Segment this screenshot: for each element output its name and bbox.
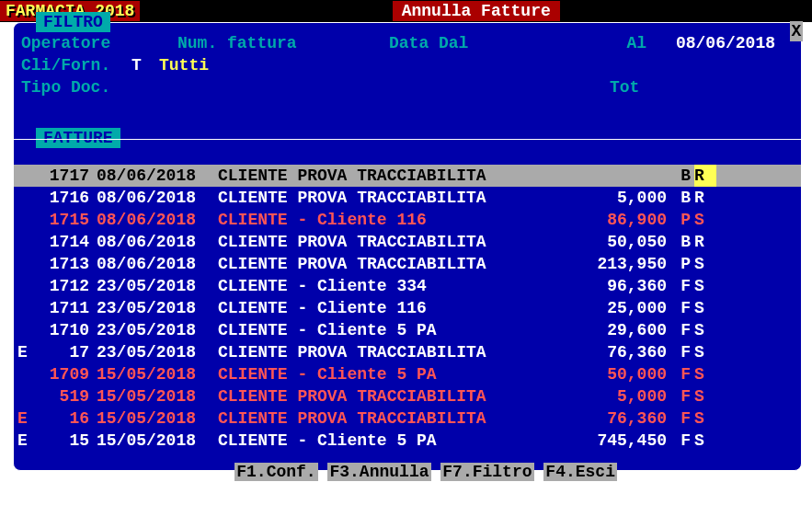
- cell-e: [14, 297, 34, 319]
- column-headers: N.Fatt.DataCliente/FornitoreTotaleT.F.Op…: [14, 143, 801, 165]
- cell-num: 519: [34, 385, 89, 407]
- data-dal-label: Data Dal: [389, 32, 610, 54]
- f4-esci[interactable]: F4.Esci: [543, 463, 617, 481]
- f1-conf[interactable]: F1.Conf.: [234, 463, 317, 481]
- cell-e: [14, 275, 34, 297]
- cell-f: R: [694, 231, 716, 253]
- window-title: Annulla Fatture: [393, 1, 560, 21]
- cell-f: S: [694, 363, 716, 385]
- table-row[interactable]: 171508/06/2018CLIENTE - Cliente 11686,90…: [14, 209, 801, 231]
- table-row[interactable]: 171023/05/2018CLIENTE - Cliente 5 PA29,6…: [14, 319, 801, 341]
- cell-tot: 213,950: [560, 253, 667, 275]
- f3-annulla[interactable]: F3.Annulla: [327, 463, 430, 481]
- cell-tot: 50,050: [560, 231, 667, 253]
- operatore-label: Operatore: [21, 32, 177, 54]
- cell-num: 1711: [34, 297, 89, 319]
- function-keys: F1.Conf. F3.Annulla F7.Filtro F4.Esci: [0, 444, 812, 499]
- al-value[interactable]: 08/06/2018: [646, 32, 784, 54]
- table-row[interactable]: 171608/06/2018CLIENTE PROVA TRACCIABILIT…: [14, 187, 801, 209]
- cell-t: F: [667, 297, 694, 319]
- cell-cli: CLIENTE PROVA TRACCIABILITA: [212, 253, 560, 275]
- cell-tot: 76,360: [560, 407, 667, 430]
- cell-f: S: [694, 275, 716, 297]
- cell-num: 17: [34, 341, 89, 363]
- table-row[interactable]: 170915/05/2018CLIENTE - Cliente 5 PA50,0…: [14, 363, 801, 385]
- cell-data: 15/05/2018: [89, 385, 212, 407]
- cell-f: S: [694, 385, 716, 407]
- divider: [14, 139, 801, 140]
- table-row[interactable]: 171708/06/2018CLIENTE PROVA TRACCIABILIT…: [14, 165, 801, 187]
- cell-f: S: [694, 407, 716, 430]
- cell-cli: CLIENTE PROVA TRACCIABILITA: [212, 407, 560, 430]
- cell-num: 1710: [34, 319, 89, 341]
- cell-op: [716, 209, 772, 231]
- cell-f: R: [694, 187, 716, 209]
- cell-t: F: [667, 385, 694, 407]
- cell-cli: CLIENTE PROVA TRACCIABILITA: [212, 187, 560, 209]
- cell-data: 15/05/2018: [89, 363, 212, 385]
- cell-tot: 5,000: [560, 187, 667, 209]
- cell-op: [716, 385, 772, 407]
- cell-e: [14, 319, 34, 341]
- cell-f: S: [694, 319, 716, 341]
- cell-op: [716, 407, 772, 430]
- cell-data: 15/05/2018: [89, 407, 212, 430]
- cell-op: [716, 187, 772, 209]
- cell-num: 1714: [34, 231, 89, 253]
- cell-op: [716, 231, 772, 253]
- cell-tot: 50,000: [560, 363, 667, 385]
- cell-data: 23/05/2018: [89, 275, 212, 297]
- cell-tot: [560, 165, 667, 187]
- cell-num: 1712: [34, 275, 89, 297]
- cell-data: 08/06/2018: [89, 253, 212, 275]
- num-fattura-label: Num. fattura: [177, 32, 389, 54]
- table-row[interactable]: 171408/06/2018CLIENTE PROVA TRACCIABILIT…: [14, 231, 801, 253]
- cell-cli: CLIENTE - Cliente 334: [212, 275, 560, 297]
- cell-t: B: [667, 187, 694, 209]
- cell-f: S: [694, 209, 716, 231]
- cell-e: [14, 253, 34, 275]
- invoice-grid[interactable]: 171708/06/2018CLIENTE PROVA TRACCIABILIT…: [14, 165, 801, 470]
- cell-cli: CLIENTE - Cliente 116: [212, 297, 560, 319]
- cell-op: [716, 319, 772, 341]
- title-bar: FARMACIA 2018 Annulla Fatture: [0, 0, 812, 22]
- cell-op: [716, 363, 772, 385]
- tipodoc-label: Tipo Doc.: [21, 76, 610, 98]
- table-row[interactable]: E1723/05/2018CLIENTE PROVA TRACCIABILITA…: [14, 341, 801, 363]
- al-label: Al: [610, 32, 646, 54]
- cell-data: 08/06/2018: [89, 209, 212, 231]
- cell-op: [716, 341, 772, 363]
- cell-t: F: [667, 319, 694, 341]
- cell-cli: CLIENTE - Cliente 5 PA: [212, 363, 560, 385]
- cell-num: 1717: [34, 165, 89, 187]
- table-row[interactable]: 171223/05/2018CLIENTE - Cliente 33496,36…: [14, 275, 801, 297]
- cell-e: [14, 385, 34, 407]
- cell-e: E: [14, 407, 34, 430]
- cell-cli: CLIENTE - Cliente 5 PA: [212, 319, 560, 341]
- cell-e: [14, 209, 34, 231]
- cell-t: P: [667, 209, 694, 231]
- main-panel: X FILTRO Operatore Num. fattura Data Dal…: [13, 22, 802, 471]
- table-row[interactable]: 171308/06/2018CLIENTE PROVA TRACCIABILIT…: [14, 253, 801, 275]
- table-row[interactable]: E1615/05/2018CLIENTE PROVA TRACCIABILITA…: [14, 407, 801, 430]
- cell-op: [716, 253, 772, 275]
- cell-cli: CLIENTE PROVA TRACCIABILITA: [212, 165, 560, 187]
- section-filtro: FILTRO: [36, 12, 110, 32]
- cell-cli: CLIENTE PROVA TRACCIABILITA: [212, 385, 560, 407]
- cell-t: F: [667, 341, 694, 363]
- cell-tot: 96,360: [560, 275, 667, 297]
- cell-t: F: [667, 275, 694, 297]
- cell-f: S: [694, 297, 716, 319]
- cell-tot: 29,600: [560, 319, 667, 341]
- cliforn-code[interactable]: T: [132, 54, 159, 76]
- cell-tot: 5,000: [560, 385, 667, 407]
- cell-cli: CLIENTE PROVA TRACCIABILITA: [212, 341, 560, 363]
- table-row[interactable]: 171123/05/2018CLIENTE - Cliente 11625,00…: [14, 297, 801, 319]
- cell-f: S: [694, 341, 716, 363]
- cliforn-text: Tutti: [159, 54, 251, 76]
- cell-t: B: [667, 165, 694, 187]
- cell-e: [14, 363, 34, 385]
- table-row[interactable]: 51915/05/2018CLIENTE PROVA TRACCIABILITA…: [14, 385, 801, 407]
- f7-filtro[interactable]: F7.Filtro: [440, 463, 533, 481]
- cell-data: 08/06/2018: [89, 231, 212, 253]
